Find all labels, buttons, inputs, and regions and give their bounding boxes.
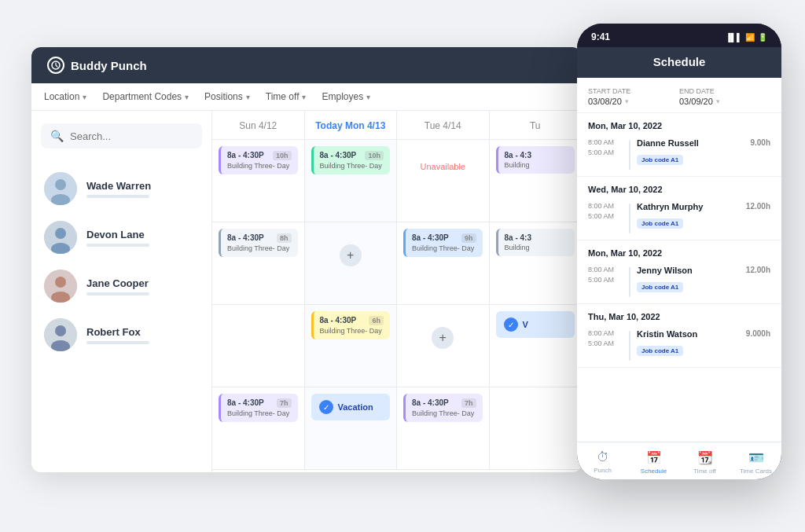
timeoff-label: Time off — [693, 468, 715, 475]
cal-cell-jane-tue[interactable]: + — [397, 305, 490, 387]
add-shift-button[interactable]: + — [432, 327, 454, 349]
mobile-nav-timeoff[interactable]: 📆 Time off — [679, 449, 730, 476]
cal-cell-wade-tu[interactable]: 8a - 4:3 Building — [490, 140, 583, 222]
avatar-devon — [44, 221, 77, 254]
cal-cell-devon-tue[interactable]: 8a - 4:30P9h Building Three- Day — [397, 222, 490, 305]
end-date-value: 03/09/20 ▾ — [679, 97, 770, 106]
day-label-2: Mon, Mar 10, 2022 — [577, 240, 781, 262]
schedule-icon: 📅 — [646, 450, 662, 465]
vacation-label: V — [523, 320, 528, 329]
app-header: Buddy Punch — [31, 47, 582, 83]
cal-cell-devon-sun[interactable]: 8a - 4:30P8h Building Three- Day — [212, 222, 305, 305]
cal-cell-devon-mon[interactable]: + — [305, 222, 398, 305]
desktop-app: Buddy Punch Location ▾ Department Codes … — [31, 47, 582, 472]
vacation-indicator: ✓ V — [496, 311, 575, 338]
shift-card: 8a - 4:30P8h Building Three- Day — [219, 229, 298, 257]
svg-point-2 — [55, 179, 66, 190]
schedule-day-group-0: Mon, Mar 10, 2022 8:00 AM 5:00 AM Dianne… — [577, 113, 781, 177]
mobile-title: Schedule — [653, 55, 706, 68]
app-logo: Buddy Punch — [71, 59, 147, 72]
schedule-entry: 8:00 AM 5:00 AM Jenny Wilson 12.00h Job … — [577, 262, 781, 303]
schedule-entry: 8:00 AM 5:00 AM Kathryn Murphy 12.00h Jo… — [577, 199, 781, 240]
mobile-nav-schedule[interactable]: 📅 Schedule — [628, 449, 679, 476]
day-label-1: Wed, Mar 10, 2022 — [577, 177, 781, 199]
mobile-nav: ⏱ Punch 📅 Schedule 📆 Time off 🪪 Time Car… — [577, 442, 781, 479]
calendar-header: Sun 4/12 Today Mon 4/13 Tue 4/14 Tu — [212, 111, 582, 140]
schedule-label: Schedule — [641, 468, 667, 475]
punch-label: Punch — [594, 467, 612, 474]
nav-department[interactable]: Department Codes ▾ — [102, 91, 189, 102]
employee-name-robert: Robert Fox — [86, 326, 149, 338]
calendar-grid: 8a - 4:30P10h Building Three- Day 8a - 4… — [212, 140, 582, 470]
schedule-entry: 8:00 AM 5:00 AM Kristin Watson 9.000h Jo… — [577, 326, 781, 367]
cal-cell-robert-tue[interactable]: 8a - 4:30P7h Building Three- Day — [397, 387, 490, 470]
timecards-icon: 🪪 — [748, 450, 764, 465]
mobile-content: Start Date 03/08/20 ▾ End Date 03/09/20 … — [577, 78, 781, 442]
schedule-day-group-2: Mon, Mar 10, 2022 8:00 AM 5:00 AM Jenny … — [577, 240, 781, 304]
logo-circle — [47, 57, 64, 74]
end-date-field[interactable]: End Date 03/09/20 ▾ — [679, 87, 770, 106]
shift-card: 8a - 4:30P7h Building Three- Day — [403, 394, 483, 422]
add-shift-button[interactable]: + — [340, 244, 362, 266]
shift-card: 8a - 4:30P9h Building Three- Day — [403, 229, 483, 257]
employee-item-robert[interactable]: Robert Fox — [41, 310, 202, 359]
cal-cell-robert-tu — [490, 387, 583, 470]
status-icons: ▐▌▌ 📶 🔋 — [726, 33, 767, 42]
employee-item-devon[interactable]: Devon Lane — [41, 213, 202, 262]
cal-cell-robert-mon[interactable]: ✓ Vacation — [305, 387, 398, 470]
day-label-3: Thu, Mar 10, 2022 — [577, 304, 781, 326]
employee-name-jane: Jane Cooper — [86, 277, 149, 289]
timeoff-icon: 📆 — [697, 450, 713, 465]
cal-header-tu: Tu — [490, 111, 583, 139]
mobile-app: 9:41 ▐▌▌ 📶 🔋 Schedule Start Date 03/08/2… — [577, 24, 781, 479]
chevron-down-icon: ▾ — [302, 93, 306, 101]
svg-point-8 — [55, 277, 66, 288]
employee-name-wade: Wade Warren — [86, 180, 151, 192]
shift-card: 8a - 4:3 Building — [496, 229, 575, 256]
cal-cell-jane-sun — [212, 305, 305, 387]
avatar-wade — [44, 172, 77, 205]
cal-cell-devon-tu[interactable]: 8a - 4:3 Building — [490, 222, 583, 305]
wifi-icon: 📶 — [745, 33, 755, 42]
search-input[interactable] — [70, 130, 193, 142]
start-date-field[interactable]: Start Date 03/08/20 ▾ — [588, 87, 679, 106]
chevron-down-icon: ▾ — [366, 93, 370, 101]
employee-bar — [86, 244, 149, 247]
cal-cell-jane-mon[interactable]: 8a - 4:30P6h Building Three- Day — [305, 305, 398, 387]
schedule-day-group-1: Wed, Mar 10, 2022 8:00 AM 5:00 AM Kathry… — [577, 177, 781, 240]
start-date-label: Start Date — [588, 87, 679, 95]
shift-card: 8a - 4:30P10h Building Three- Day — [219, 146, 298, 174]
chevron-down-icon: ▾ — [246, 93, 250, 101]
employee-sidebar: 🔍 Wade Warren — [31, 111, 212, 472]
cal-cell-robert-sun[interactable]: 8a - 4:30P7h Building Three- Day — [212, 387, 305, 470]
nav-positions[interactable]: Positions ▾ — [204, 91, 250, 102]
nav-location[interactable]: Location ▾ — [44, 91, 86, 102]
cal-header-today: Today Mon 4/13 — [305, 111, 398, 139]
vacation-card: ✓ Vacation — [311, 394, 391, 420]
cal-cell-wade-mon[interactable]: 8a - 4:30P10h Building Three- Day — [305, 140, 398, 222]
schedule-entry: 8:00 AM 5:00 AM Dianne Russell 9.00h Job… — [577, 135, 781, 176]
cal-cell-wade-sun[interactable]: 8a - 4:30P10h Building Three- Day — [212, 140, 305, 222]
vacation-check-icon: ✓ — [504, 317, 518, 332]
search-box[interactable]: 🔍 — [41, 123, 202, 149]
svg-point-11 — [55, 325, 66, 336]
chevron-down-icon: ▾ — [83, 93, 86, 101]
status-time: 9:41 — [591, 31, 610, 42]
cal-cell-wade-tue: Unavailable — [397, 140, 490, 222]
calendar-area: Sun 4/12 Today Mon 4/13 Tue 4/14 Tu — [212, 111, 582, 472]
nav-timeoff[interactable]: Time off ▾ — [266, 91, 307, 102]
svg-point-5 — [55, 228, 66, 239]
battery-icon: 🔋 — [758, 33, 767, 42]
date-range-row: Start Date 03/08/20 ▾ End Date 03/09/20 … — [577, 78, 781, 113]
cal-header-tue: Tue 4/14 — [397, 111, 490, 139]
employee-item-jane[interactable]: Jane Cooper — [41, 262, 202, 310]
vacation-label: Vacation — [338, 402, 373, 412]
cal-cell-jane-tu[interactable]: ✓ V — [490, 305, 583, 387]
nav-employes[interactable]: Employes ▾ — [322, 91, 370, 102]
mobile-nav-punch[interactable]: ⏱ Punch — [577, 449, 628, 476]
shift-card: 8a - 4:3 Building — [496, 146, 575, 174]
employee-item-wade[interactable]: Wade Warren — [41, 164, 202, 213]
employee-bar — [86, 341, 149, 344]
punch-icon: ⏱ — [597, 450, 609, 464]
mobile-nav-timecards[interactable]: 🪪 Time Cards — [730, 449, 781, 476]
